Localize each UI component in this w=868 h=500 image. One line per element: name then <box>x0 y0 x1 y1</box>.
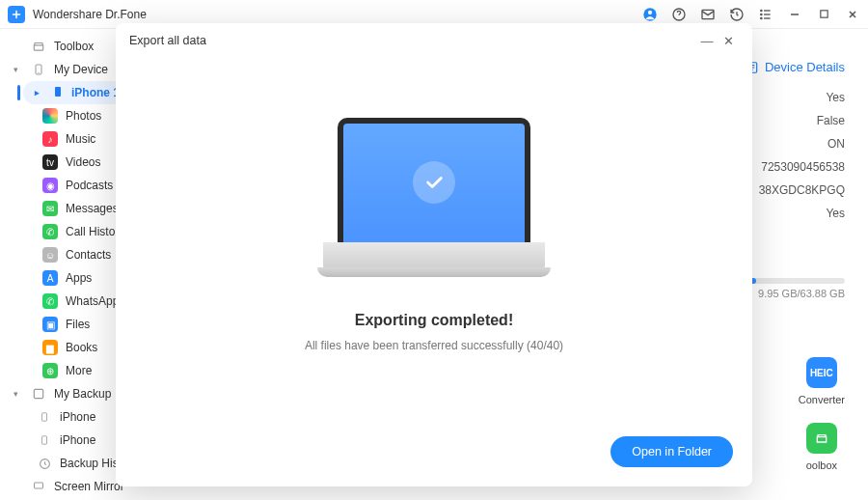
open-in-folder-button[interactable]: Open in Folder <box>610 436 733 467</box>
modal-close-button[interactable]: ✕ <box>718 30 739 51</box>
export-complete-title: Exporting completed! <box>355 312 513 329</box>
check-circle-icon <box>413 161 455 204</box>
modal-minimize-button[interactable]: — <box>696 30 718 51</box>
laptop-illustration <box>323 118 545 287</box>
modal-title: Export all data <box>129 34 696 47</box>
export-modal: Export all data — ✕ Exporting completed!… <box>116 23 752 486</box>
modal-body: Exporting completed! All files have been… <box>116 58 752 431</box>
modal-header: Export all data — ✕ <box>116 23 752 58</box>
modal-overlay: Export all data — ✕ Exporting completed!… <box>0 0 868 500</box>
export-complete-subtitle: All files have been transferred successf… <box>305 339 563 352</box>
modal-footer: Open in Folder <box>116 431 752 486</box>
